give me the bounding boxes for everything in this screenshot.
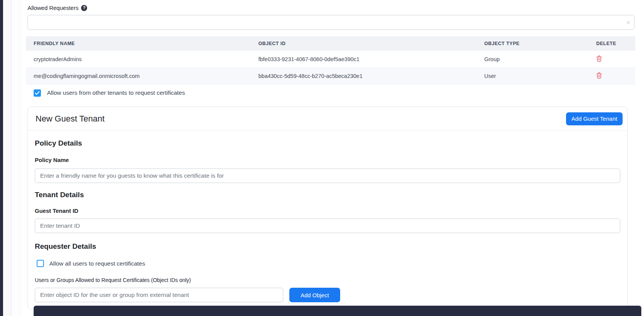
cell-friendly-name: cryptotraderAdmins: [34, 56, 258, 62]
cell-object-id: fbfe0333-9231-4067-8060-0def5ae390c1: [258, 56, 484, 62]
checkbox-checked[interactable]: [34, 89, 41, 97]
cell-delete: [596, 72, 635, 80]
table-header-row: FRIENDLY NAME OBJECT ID OBJECT TYPE DELE…: [26, 36, 635, 51]
allowed-requesters-input[interactable]: [28, 15, 623, 29]
object-ids-label: Users or Groups Allowed to Request Certi…: [35, 277, 620, 283]
policy-name-label: Policy Name: [35, 157, 620, 163]
checkmark-icon: [35, 91, 40, 95]
new-guest-tenant-card: New Guest Tenant Add Guest Tenant Policy…: [28, 107, 628, 310]
policy-details-heading: Policy Details: [35, 139, 620, 147]
allowed-requesters-label: Allowed Requesters: [28, 5, 78, 11]
allowed-requesters-table: FRIENDLY NAME OBJECT ID OBJECT TYPE DELE…: [26, 36, 635, 84]
cell-object-type: Group: [484, 56, 596, 62]
object-id-input-row: Add Object: [35, 288, 620, 302]
guest-tenant-id-input[interactable]: [35, 219, 620, 233]
add-guest-tenant-button[interactable]: Add Guest Tenant: [566, 112, 623, 125]
cell-friendly-name: me@codingflamingogmail.onmicrosoft.com: [34, 73, 258, 79]
cell-object-type: User: [484, 73, 596, 79]
cell-object-id: bba430cc-5d59-48cc-b270-ac5beca230e1: [258, 73, 484, 79]
card-title: New Guest Tenant: [36, 114, 105, 124]
allow-all-users-checkbox-row: Allow all users to request certificates: [37, 260, 620, 267]
sidebar-rail-gutter: [12, 0, 21, 316]
next-panel-dark-edge: [34, 306, 641, 316]
other-tenants-checkbox-row: Allow users from other tenants to reques…: [34, 87, 185, 99]
help-icon[interactable]: ?: [81, 5, 87, 11]
clear-icon[interactable]: ×: [623, 19, 634, 26]
col-header-object-type: OBJECT TYPE: [484, 41, 596, 46]
col-header-delete: DELETE: [596, 41, 635, 46]
requester-details-heading: Requester Details: [35, 242, 620, 251]
object-id-input[interactable]: [35, 288, 283, 302]
trash-icon[interactable]: [596, 55, 602, 62]
cell-delete: [596, 55, 635, 63]
card-body: Policy Details Policy Name Tenant Detail…: [28, 131, 627, 309]
table-row: me@codingflamingogmail.onmicrosoft.com b…: [26, 68, 635, 84]
add-object-button[interactable]: Add Object: [289, 288, 340, 302]
allowed-requesters-label-row: Allowed Requesters ?: [28, 5, 87, 11]
guest-tenant-id-label: Guest Tenant ID: [35, 207, 620, 214]
card-header: New Guest Tenant Add Guest Tenant: [28, 107, 627, 131]
allow-all-users-checkbox-label[interactable]: Allow all users to request certificates: [49, 260, 145, 267]
collapsed-sidebar-rail: [3, 0, 12, 316]
other-tenants-checkbox-label[interactable]: Allow users from other tenants to reques…: [47, 89, 185, 96]
table-row: cryptotraderAdmins fbfe0333-9231-4067-80…: [26, 51, 635, 68]
left-dark-edge: [0, 0, 3, 316]
col-header-object-id: OBJECT ID: [258, 41, 484, 46]
col-header-friendly-name: FRIENDLY NAME: [34, 41, 258, 46]
checkbox-unchecked[interactable]: [37, 260, 44, 267]
policy-name-input[interactable]: [35, 169, 620, 183]
trash-icon[interactable]: [596, 72, 602, 79]
tenant-details-heading: Tenant Details: [35, 191, 620, 199]
allowed-requesters-input-wrap: ×: [28, 15, 634, 30]
